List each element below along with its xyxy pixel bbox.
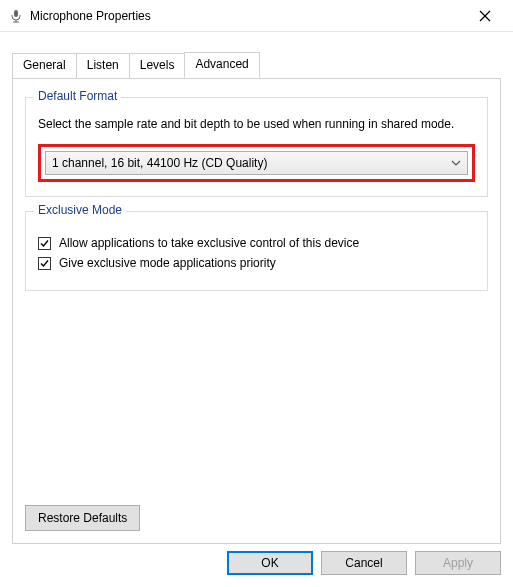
priority-label: Give exclusive mode applications priorit… xyxy=(59,256,276,270)
dialog-button-row: OK Cancel Apply xyxy=(227,551,501,575)
allow-exclusive-checkbox[interactable] xyxy=(38,237,51,250)
default-format-description: Select the sample rate and bit depth to … xyxy=(38,116,475,132)
highlight-box: 1 channel, 16 bit, 44100 Hz (CD Quality) xyxy=(38,144,475,182)
exclusive-mode-legend: Exclusive Mode xyxy=(34,203,126,217)
priority-checkbox[interactable] xyxy=(38,257,51,270)
default-format-group: Default Format Select the sample rate an… xyxy=(25,97,488,197)
format-dropdown-value: 1 channel, 16 bit, 44100 Hz (CD Quality) xyxy=(52,156,267,170)
tab-general[interactable]: General xyxy=(12,53,77,79)
cancel-button[interactable]: Cancel xyxy=(321,551,407,575)
ok-button[interactable]: OK xyxy=(227,551,313,575)
format-dropdown[interactable]: 1 channel, 16 bit, 44100 Hz (CD Quality) xyxy=(45,151,468,175)
checkmark-icon xyxy=(39,238,50,249)
microphone-icon xyxy=(8,8,24,24)
tab-advanced[interactable]: Advanced xyxy=(184,52,259,78)
close-button[interactable] xyxy=(465,2,505,30)
allow-exclusive-row: Allow applications to take exclusive con… xyxy=(38,236,475,250)
checkmark-icon xyxy=(39,258,50,269)
tab-listen[interactable]: Listen xyxy=(76,53,130,79)
apply-button[interactable]: Apply xyxy=(415,551,501,575)
title-bar: Microphone Properties xyxy=(0,0,513,32)
svg-rect-0 xyxy=(14,10,18,17)
allow-exclusive-label: Allow applications to take exclusive con… xyxy=(59,236,359,250)
tab-strip: General Listen Levels Advanced xyxy=(0,32,513,78)
tab-panel-advanced: Default Format Select the sample rate an… xyxy=(12,78,501,544)
chevron-down-icon xyxy=(451,160,461,166)
close-icon xyxy=(479,10,491,22)
tab-levels[interactable]: Levels xyxy=(129,53,186,79)
default-format-legend: Default Format xyxy=(34,89,121,103)
exclusive-mode-group: Exclusive Mode Allow applications to tak… xyxy=(25,211,488,291)
priority-row: Give exclusive mode applications priorit… xyxy=(38,256,475,270)
restore-defaults-button[interactable]: Restore Defaults xyxy=(25,505,140,531)
window-title: Microphone Properties xyxy=(30,9,465,23)
